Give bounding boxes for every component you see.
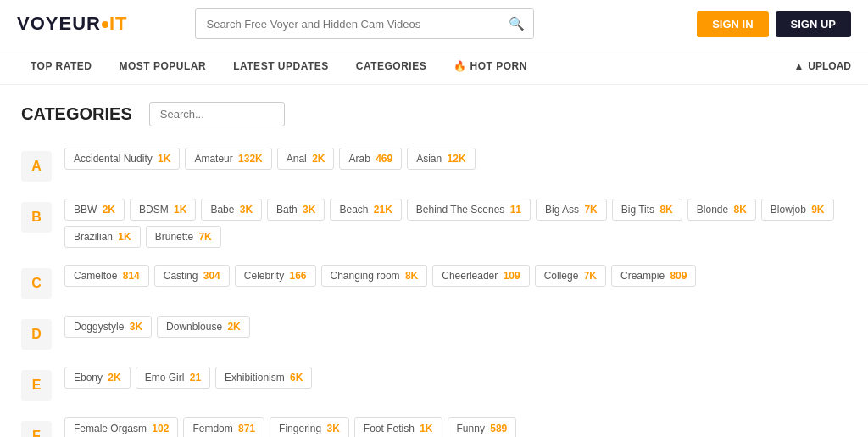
header-actions: SIGN IN SIGN UP	[697, 11, 851, 37]
tag-item[interactable]: Brazilian 1K	[64, 226, 141, 248]
tag-item[interactable]: Emo Girl 21	[136, 367, 210, 389]
search-button[interactable]: 🔍	[500, 9, 533, 38]
tags-container-d: Doggystyle 3KDownblouse 2K	[64, 316, 847, 338]
tag-item[interactable]: Anal 2K	[277, 148, 335, 170]
tag-item[interactable]: Downblouse 2K	[157, 316, 250, 338]
page-content: CATEGORIES AAccidental Nudity 1KAmateur …	[0, 85, 868, 437]
nav-item-top-rated[interactable]: TOP RATED	[17, 48, 106, 84]
tag-item[interactable]: Changing room 8K	[321, 265, 428, 287]
letter-badge-e: E	[21, 370, 52, 401]
tags-container-f: Female Orgasm 102Femdom 871Fingering 3KF…	[64, 417, 847, 437]
tag-item[interactable]: Ebony 2K	[64, 367, 131, 389]
tag-item[interactable]: Creampie 809	[611, 265, 696, 287]
tag-item[interactable]: Cheerleader 109	[432, 265, 529, 287]
upload-label: UPLOAD	[808, 60, 851, 72]
tag-item[interactable]: Arab 469	[339, 148, 402, 170]
tag-item[interactable]: Exhibitionism 6K	[215, 367, 312, 389]
tags-container-b: BBW 2KBDSM 1KBabe 3KBath 3KBeach 21KBehi…	[64, 199, 847, 248]
nav-item-hot-porn[interactable]: 🔥 HOT PORN	[440, 48, 541, 84]
tag-item[interactable]: Blowjob 9K	[761, 199, 834, 221]
tag-item[interactable]: Beach 21K	[330, 199, 401, 221]
letter-badge-f: F	[21, 421, 52, 437]
search-input[interactable]	[196, 11, 500, 37]
tag-item[interactable]: Amateur 132K	[185, 148, 271, 170]
nav-item-categories[interactable]: CATEGORIES	[342, 48, 440, 84]
search-bar: 🔍	[195, 8, 534, 39]
tag-item[interactable]: Celebrity 166	[235, 265, 316, 287]
tag-item[interactable]: Asian 12K	[407, 148, 475, 170]
nav-item-latest-updates[interactable]: LATEST UPDATES	[220, 48, 342, 84]
signin-button[interactable]: SIGN IN	[697, 11, 768, 37]
tag-item[interactable]: Big Tits 8K	[612, 199, 682, 221]
tag-item[interactable]: Funny 589	[448, 417, 517, 437]
tag-item[interactable]: Foot Fetish 1K	[354, 417, 442, 437]
category-section-a: AAccidental Nudity 1KAmateur 132KAnal 2K…	[21, 148, 847, 182]
category-section-c: CCameltoe 814Casting 304Celebrity 166Cha…	[21, 265, 847, 299]
tag-item[interactable]: Bath 3K	[267, 199, 325, 221]
category-section-b: BBBW 2KBDSM 1KBabe 3KBath 3KBeach 21KBeh…	[21, 199, 847, 248]
category-section-f: FFemale Orgasm 102Femdom 871Fingering 3K…	[21, 417, 847, 437]
tags-container-c: Cameltoe 814Casting 304Celebrity 166Chan…	[64, 265, 847, 287]
tag-item[interactable]: Female Orgasm 102	[64, 417, 178, 437]
letter-badge-a: A	[21, 151, 52, 182]
tags-container-a: Accidental Nudity 1KAmateur 132KAnal 2KA…	[64, 148, 847, 170]
tag-item[interactable]: Blonde 8K	[687, 199, 756, 221]
tag-item[interactable]: Big Ass 7K	[536, 199, 607, 221]
tags-container-e: Ebony 2KEmo Girl 21Exhibitionism 6K	[64, 367, 847, 389]
tag-item[interactable]: Femdom 871	[183, 417, 264, 437]
category-search-input[interactable]	[149, 102, 285, 126]
tag-item[interactable]: Behind The Scenes 11	[407, 199, 531, 221]
letter-badge-d: D	[21, 319, 52, 350]
tag-item[interactable]: Doggystyle 3K	[64, 316, 152, 338]
page-title: CATEGORIES	[21, 104, 132, 124]
letter-badge-b: B	[21, 202, 52, 233]
tag-item[interactable]: College 7K	[535, 265, 606, 287]
tag-item[interactable]: BDSM 1K	[130, 199, 196, 221]
categories-list: AAccidental Nudity 1KAmateur 132KAnal 2K…	[21, 148, 847, 437]
upload-icon: ▲	[793, 60, 804, 72]
logo-hit: IT	[109, 13, 128, 34]
tag-item[interactable]: Accidental Nudity 1K	[64, 148, 180, 170]
tag-item[interactable]: Brunette 7K	[146, 226, 221, 248]
nav-item-most-popular[interactable]: MOST POPULAR	[106, 48, 220, 84]
tag-item[interactable]: Cameltoe 814	[64, 265, 149, 287]
letter-badge-c: C	[21, 268, 52, 299]
site-header: VOYEURIT 🔍 SIGN IN SIGN UP	[0, 0, 868, 48]
tag-item[interactable]: Fingering 3K	[270, 417, 349, 437]
logo-dot	[102, 21, 108, 28]
main-nav: TOP RATED MOST POPULAR LATEST UPDATES CA…	[0, 48, 868, 85]
signup-button[interactable]: SIGN UP	[776, 11, 851, 37]
tag-item[interactable]: BBW 2K	[64, 199, 125, 221]
site-logo[interactable]: VOYEURIT	[17, 13, 127, 35]
page-header: CATEGORIES	[21, 102, 847, 126]
tag-item[interactable]: Babe 3K	[201, 199, 262, 221]
category-section-e: EEbony 2KEmo Girl 21Exhibitionism 6K	[21, 367, 847, 401]
nav-upload[interactable]: ▲ UPLOAD	[793, 48, 851, 84]
tag-item[interactable]: Casting 304	[154, 265, 230, 287]
category-section-d: DDoggystyle 3KDownblouse 2K	[21, 316, 847, 350]
